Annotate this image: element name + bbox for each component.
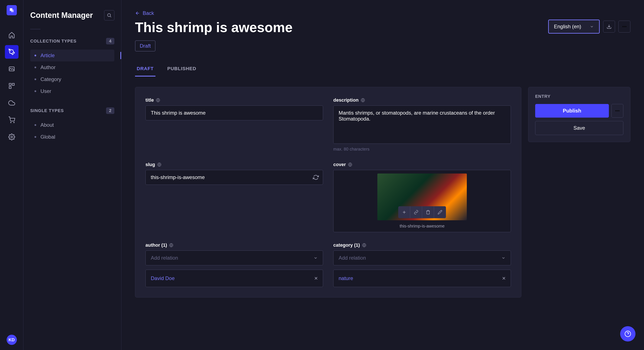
sidebar-item-label: Author	[40, 64, 56, 70]
close-icon[interactable]: ×	[314, 275, 318, 282]
category-label: category (1)	[333, 242, 360, 248]
svg-point-6	[10, 122, 11, 123]
publish-more-button[interactable]	[612, 104, 623, 118]
nav-builder[interactable]	[5, 79, 18, 93]
sidebar-item-global[interactable]: Global	[30, 131, 114, 143]
globe-icon	[362, 243, 366, 247]
status-badge: Draft	[135, 40, 156, 51]
author-link[interactable]: David Doe	[151, 275, 175, 281]
user-avatar[interactable]: KD	[6, 335, 17, 345]
chevron-down-icon	[501, 256, 506, 260]
help-fab[interactable]	[620, 326, 636, 342]
svg-rect-3	[9, 83, 11, 85]
field-description: description max. 80 characters	[333, 97, 511, 152]
save-button[interactable]: Save	[535, 121, 623, 135]
field-author: author (1) Add relation David Doe ×	[146, 242, 323, 287]
entry-panel: Entry Publish Save	[528, 87, 630, 142]
field-slug: slug	[146, 162, 323, 232]
cover-toolbar	[398, 206, 446, 218]
single-count-badge: 2	[106, 107, 114, 114]
description-hint: max. 80 characters	[333, 147, 511, 152]
main-content: Back This shrimp is awesome English (en)…	[122, 0, 644, 350]
globe-icon	[348, 163, 352, 167]
search-button[interactable]	[104, 10, 114, 20]
sidebar-title: Content Manager	[30, 11, 93, 20]
svg-point-10	[623, 26, 623, 27]
pencil-icon	[438, 210, 442, 214]
cover-link-button[interactable]	[410, 206, 422, 218]
close-icon[interactable]: ×	[502, 275, 506, 282]
globe-icon	[156, 98, 160, 102]
svg-point-20	[617, 111, 618, 111]
description-label: description	[333, 97, 359, 103]
nav-rail: KD	[0, 0, 24, 350]
svg-point-19	[616, 111, 616, 111]
globe-icon	[157, 163, 162, 167]
slug-label: slug	[146, 162, 155, 167]
cover-label: cover	[333, 162, 346, 167]
author-label: author (1)	[146, 242, 167, 248]
sidebar-item-user[interactable]: User	[30, 85, 114, 97]
section-collection-types: Collection Types	[30, 39, 76, 44]
title-input[interactable]	[146, 105, 323, 120]
locale-label: English (en)	[554, 24, 581, 29]
sidebar-item-author[interactable]: Author	[30, 61, 114, 73]
app-logo[interactable]	[6, 5, 17, 15]
cover-image	[377, 174, 467, 220]
page-title: This shrimp is awesome	[135, 19, 292, 35]
publish-button[interactable]: Publish	[535, 104, 609, 118]
more-icon	[615, 108, 620, 113]
nav-media[interactable]	[5, 62, 18, 76]
link-icon	[414, 210, 418, 214]
nav-settings[interactable]	[5, 130, 18, 144]
sidebar-item-category[interactable]: Category	[30, 73, 114, 85]
collection-count-badge: 4	[106, 38, 114, 44]
slug-input[interactable]	[146, 170, 323, 185]
sidebar-item-label: Global	[40, 134, 55, 140]
svg-point-8	[11, 136, 12, 138]
tab-published[interactable]: Published	[166, 62, 198, 77]
entry-panel-label: Entry	[535, 94, 623, 99]
nav-marketplace[interactable]	[5, 113, 18, 127]
arrow-left-icon	[135, 11, 140, 16]
relation-placeholder: Add relation	[338, 255, 366, 261]
tab-draft[interactable]: Draft	[135, 62, 156, 77]
sidebar-item-label: User	[40, 88, 51, 94]
sidebar-item-label: About	[40, 122, 54, 128]
category-relation-select[interactable]: Add relation	[333, 250, 511, 265]
cover-delete-button[interactable]	[422, 206, 434, 218]
sidebar-item-label: Category	[40, 76, 61, 82]
svg-point-21	[619, 111, 619, 111]
field-category: category (1) Add relation nature ×	[333, 242, 511, 287]
cover-edit-button[interactable]	[434, 206, 446, 218]
nav-cloud[interactable]	[5, 96, 18, 110]
description-input[interactable]	[333, 105, 511, 144]
category-relation-chip: nature ×	[333, 270, 511, 287]
more-icon	[622, 24, 627, 29]
sidebar-item-article[interactable]: Article	[30, 49, 114, 61]
svg-point-9	[108, 14, 110, 16]
cover-add-button[interactable]	[398, 206, 410, 218]
nav-content[interactable]	[5, 45, 18, 59]
refresh-icon[interactable]	[313, 174, 319, 180]
sidebar: Content Manager Collection Types 4 Artic…	[24, 0, 122, 350]
relation-placeholder: Add relation	[151, 255, 178, 261]
title-label: title	[146, 97, 154, 103]
more-button[interactable]	[618, 21, 630, 32]
svg-rect-5	[9, 87, 11, 88]
help-icon	[624, 331, 631, 337]
tabs: Draft Published	[135, 62, 630, 77]
field-title: title	[146, 97, 323, 152]
back-link[interactable]: Back	[135, 10, 630, 16]
svg-rect-4	[12, 83, 14, 85]
nav-home[interactable]	[5, 28, 18, 42]
locale-select[interactable]: English (en)	[548, 19, 600, 34]
sidebar-item-about[interactable]: About	[30, 119, 114, 131]
back-label: Back	[143, 10, 154, 16]
svg-point-12	[626, 26, 626, 27]
download-button[interactable]	[603, 21, 615, 32]
category-link[interactable]: nature	[338, 275, 353, 281]
cover-caption: this-shrimp-is-awesome	[400, 224, 444, 229]
author-relation-select[interactable]: Add relation	[146, 250, 323, 265]
author-relation-chip: David Doe ×	[146, 270, 323, 287]
